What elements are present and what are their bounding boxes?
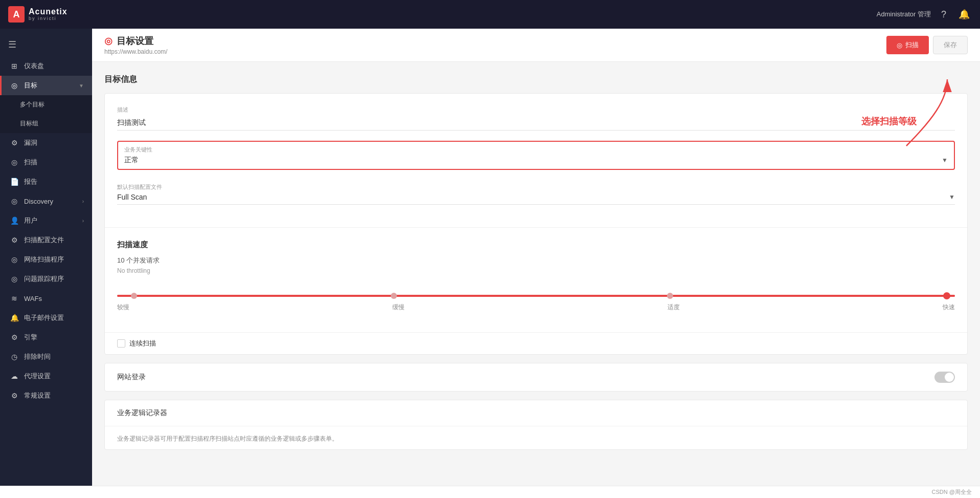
target-info-card: 描述 业务关键性 正常 ▼ 默	[104, 93, 968, 355]
sidebar-label-scans: 扫描	[24, 158, 84, 167]
nav-right: Administrator 管理 ? 🔔	[877, 7, 972, 22]
dashboard-icon: ⊞	[10, 61, 19, 71]
sidebar-sub-targets: 多个目标 目标组	[0, 95, 92, 133]
biz-logic-title: 业务逻辑记录器	[117, 408, 955, 418]
nav-left: A Acunetix by invicti	[8, 6, 68, 23]
issue-trackers-icon: ◎	[10, 274, 19, 284]
sidebar-item-scans[interactable]: ◎ 扫描	[0, 153, 92, 172]
speed-label-0: 较慢	[117, 303, 129, 312]
scans-icon: ◎	[10, 158, 19, 167]
sidebar-label-network-scanners: 网络扫描程序	[24, 255, 84, 264]
sidebar-label-targets: 目标	[24, 81, 74, 90]
speed-throttle-label: No throttling	[117, 267, 955, 274]
business-criticality-value: 正常	[124, 156, 139, 165]
sidebar-item-target-groups[interactable]: 目标组	[0, 114, 92, 133]
sidebar-item-multi-targets[interactable]: 多个目标	[0, 95, 92, 114]
sidebar-item-scan-profiles[interactable]: ⚙ 扫描配置文件	[0, 230, 92, 250]
excluded-times-icon: ◷	[10, 352, 19, 361]
logo-text: Acunetix by invicti	[29, 7, 68, 21]
sidebar-item-general-settings[interactable]: ⚙ 常规设置	[0, 386, 92, 405]
main-layout: ☰ ⊞ 仪表盘 ◎ 目标 ▼ 多个目标 目标组 ⚙ 漏洞 ◎ 扫描 �	[0, 29, 980, 486]
sidebar-item-dashboard[interactable]: ⊞ 仪表盘	[0, 56, 92, 76]
continuous-scan-label: 连续扫描	[129, 339, 156, 348]
content-scroll: 选择扫描等级 目标信息	[92, 62, 980, 486]
targets-chevron: ▼	[79, 83, 84, 89]
sidebar-item-wafs[interactable]: ≋ WAFs	[0, 289, 92, 308]
reports-icon: 📄	[10, 177, 19, 186]
save-button[interactable]: 保存	[933, 36, 968, 54]
targets-icon: ◎	[10, 81, 19, 90]
discovery-chevron: ›	[82, 199, 84, 204]
sidebar-item-vulnerabilities[interactable]: ⚙ 漏洞	[0, 133, 92, 153]
scan-profile-field[interactable]: 默认扫描配置文件 Full Scan ▼	[117, 180, 955, 205]
sidebar-label-proxy-settings: 代理设置	[24, 372, 84, 381]
description-input[interactable]	[117, 116, 955, 131]
continuous-scan-checkbox[interactable]	[117, 339, 125, 348]
sidebar-item-issue-trackers[interactable]: ◎ 问题跟踪程序	[0, 269, 92, 289]
sidebar-item-email-settings[interactable]: 🔔 电子邮件设置	[0, 308, 92, 328]
slider-track	[117, 295, 955, 297]
sidebar-item-users[interactable]: 👤 用户 ›	[0, 211, 92, 230]
sidebar-label-multi-targets: 多个目标	[20, 100, 84, 109]
logo: A Acunetix by invicti	[8, 6, 68, 23]
speed-label-3: 快速	[943, 303, 955, 312]
sidebar-label-email-settings: 电子邮件设置	[24, 313, 84, 322]
speed-label-2: 适度	[667, 303, 680, 312]
sidebar-item-engines[interactable]: ⚙ 引擎	[0, 328, 92, 347]
sidebar-item-discovery[interactable]: ◎ Discovery ›	[0, 191, 92, 211]
sidebar-label-scan-profiles: 扫描配置文件	[24, 235, 84, 245]
business-criticality-row: 正常 ▼	[124, 156, 948, 165]
sidebar-label-discovery: Discovery	[24, 198, 77, 205]
description-field: 描述	[117, 106, 955, 131]
bottom-bar-text: CSDN @周全全	[932, 489, 972, 495]
speed-concurrent-label: 10 个并发请求	[117, 256, 955, 265]
sidebar-item-reports[interactable]: 📄 报告	[0, 172, 92, 191]
bottom-bar: CSDN @周全全	[0, 486, 980, 498]
speed-label-1: 缓慢	[392, 303, 405, 312]
network-scanners-icon: ◎	[10, 255, 19, 264]
sidebar-item-targets[interactable]: ◎ 目标 ▼	[0, 76, 92, 95]
content-relative: 选择扫描等级 目标信息	[104, 74, 968, 450]
brand-name: Acunetix	[29, 7, 68, 16]
business-criticality-arrow: ▼	[942, 157, 948, 164]
card-inner: 描述 业务关键性 正常 ▼ 默	[105, 94, 967, 227]
sidebar-label-wafs: WAFs	[24, 295, 84, 302]
sidebar-label-dashboard: 仪表盘	[24, 61, 84, 71]
page-header-right: ◎ 扫描 保存	[886, 36, 968, 54]
page-subtitle: https://www.baidu.com/	[104, 48, 167, 55]
admin-menu[interactable]: Administrator 管理	[877, 10, 931, 19]
hamburger-button[interactable]: ☰	[0, 33, 92, 56]
content-area: ◎ 目标设置 https://www.baidu.com/ ◎ 扫描 保存 选择…	[92, 29, 980, 486]
scan-button[interactable]: ◎ 扫描	[886, 36, 929, 54]
page-title-text: 目标设置	[117, 35, 153, 47]
slider-dot-2	[391, 293, 397, 299]
biz-logic-desc-container: 业务逻辑记录器可用于配置扫描程序扫描站点时应遵循的业务逻辑或多步骤表单。	[105, 426, 967, 449]
sidebar-item-network-scanners[interactable]: ◎ 网络扫描程序	[0, 250, 92, 269]
scan-profile-value: Full Scan	[117, 193, 147, 201]
sidebar-label-vulnerabilities: 漏洞	[24, 138, 84, 147]
sidebar-label-issue-trackers: 问题跟踪程序	[24, 274, 84, 284]
help-button[interactable]: ?	[939, 7, 948, 22]
discovery-icon: ◎	[10, 197, 19, 206]
general-settings-icon: ⚙	[10, 391, 19, 400]
scan-profile-label: 默认扫描配置文件	[117, 183, 955, 191]
sidebar-label-excluded-times: 排除时间	[24, 352, 84, 361]
scan-profile-arrow: ▼	[949, 193, 955, 201]
business-criticality-label: 业务关键性	[124, 146, 948, 154]
speed-section: 扫描速度 10 个并发请求 No throttling	[105, 228, 967, 332]
login-toggle[interactable]	[934, 372, 955, 383]
login-section: 网站登录	[104, 363, 968, 392]
brand-sub: by invicti	[29, 16, 68, 21]
slider-dot-1	[131, 293, 137, 299]
sidebar-item-proxy-settings[interactable]: ☁ 代理设置	[0, 366, 92, 386]
engines-icon: ⚙	[10, 333, 19, 342]
page-header: ◎ 目标设置 https://www.baidu.com/ ◎ 扫描 保存	[92, 29, 980, 62]
notifications-button[interactable]: 🔔	[956, 7, 972, 22]
slider-dot-active[interactable]	[943, 292, 950, 299]
sidebar-label-engines: 引擎	[24, 333, 84, 342]
scan-profile-row: Full Scan ▼	[117, 193, 955, 201]
wafs-icon: ≋	[10, 294, 19, 303]
speed-slider[interactable]: 较慢 缓慢 适度 快速	[117, 285, 955, 320]
sidebar-item-excluded-times[interactable]: ◷ 排除时间	[0, 347, 92, 366]
business-criticality-field[interactable]: 业务关键性 正常 ▼	[117, 141, 955, 170]
